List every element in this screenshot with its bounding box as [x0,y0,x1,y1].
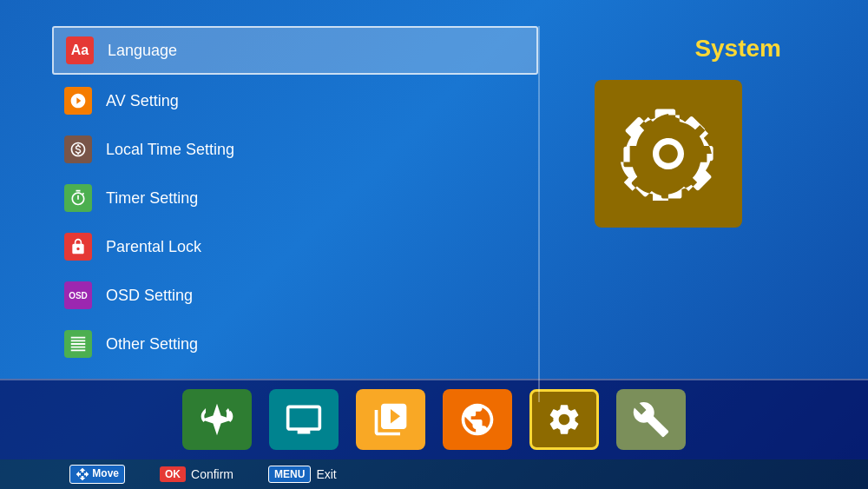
menu-label-time: Local Time Setting [106,141,234,159]
nav-tools-button[interactable] [616,389,686,450]
menu-label-lock: Parental Lock [106,238,201,256]
ok-badge: OK [160,466,186,482]
menu-item-other[interactable]: Other Setting [52,321,538,367]
nav-tv-button[interactable] [269,389,339,450]
right-panel: System [538,26,816,370]
footer-move: Move [69,465,125,484]
menu-item-time[interactable]: Local Time Setting [52,127,538,172]
menu-label-timer: Timer Setting [106,189,198,208]
menu-item-language[interactable]: Aa Language [52,26,538,75]
exit-label: Exit [316,467,336,481]
confirm-label: Confirm [191,467,233,481]
menu-item-lock[interactable]: Parental Lock [52,224,538,269]
menu-item-timer[interactable]: Timer Setting [52,175,538,221]
menu-item-av[interactable]: AV Setting [52,78,538,123]
nav-web-button[interactable] [443,389,512,450]
osd-icon: OSD [64,281,92,309]
timer-icon [64,184,92,212]
menu-label-language: Language [108,42,177,60]
system-title: System [694,35,781,63]
gear-large-icon [616,102,720,206]
move-badge: Move [69,465,125,484]
other-icon [64,330,92,358]
language-icon: Aa [66,36,94,64]
menu-label-osd: OSD Setting [106,287,193,305]
footer-confirm: OK Confirm [160,466,233,482]
main-container: Aa Language AV Setting Local Time Settin [0,0,868,489]
system-icon-box [595,80,742,228]
nav-system-button[interactable] [529,389,599,450]
footer-exit: MENU Exit [268,466,337,483]
nav-media-button[interactable] [356,389,425,450]
content-area: Aa Language AV Setting Local Time Settin [0,0,868,379]
menu-panel: Aa Language AV Setting Local Time Settin [52,26,538,370]
footer-bar: Move OK Confirm MENU Exit [0,459,868,489]
av-icon [64,87,92,115]
menu-label-other: Other Setting [106,335,198,354]
divider [538,26,540,402]
time-icon [64,135,92,163]
menu-item-osd[interactable]: OSD OSD Setting [52,273,538,318]
lock-icon [64,233,92,261]
nav-satellite-button[interactable] [182,389,252,450]
menu-badge: MENU [268,466,311,483]
bottom-nav [0,379,868,459]
menu-label-av: AV Setting [106,92,179,110]
